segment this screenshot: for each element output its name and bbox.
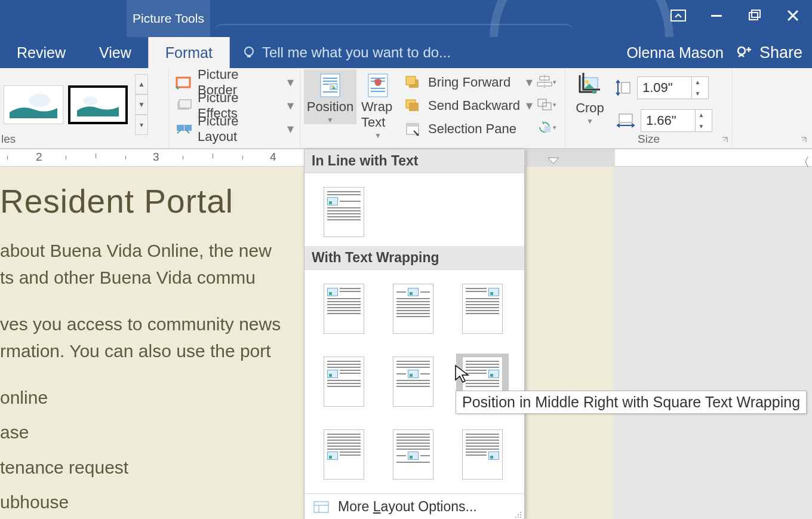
- group-label-size: Size: [638, 133, 660, 146]
- position-top-center[interactable]: [387, 281, 439, 337]
- height-icon: [616, 78, 632, 98]
- svg-point-9: [29, 94, 50, 107]
- svg-point-54: [518, 517, 519, 518]
- close-button[interactable]: [774, 0, 812, 31]
- tab-format[interactable]: Format: [148, 37, 230, 68]
- indent-marker-icon[interactable]: [548, 158, 559, 166]
- bring-forward-icon: [404, 75, 422, 90]
- styles-row-up[interactable]: ▲: [135, 74, 148, 94]
- send-backward-button[interactable]: Send Backward▾: [402, 95, 535, 116]
- position-icon: [318, 72, 342, 98]
- dialog-launcher-size[interactable]: [721, 136, 730, 145]
- picture-style-thumb-2[interactable]: [68, 85, 128, 124]
- position-top-right[interactable]: [456, 281, 509, 337]
- collapse-ribbon-button[interactable]: 〈: [798, 154, 810, 170]
- svg-rect-23: [323, 91, 337, 93]
- selection-pane-icon: [404, 121, 422, 137]
- share-icon: [736, 45, 753, 60]
- wrap-icon: [366, 72, 390, 98]
- svg-point-50: [520, 512, 521, 513]
- border-icon: [175, 75, 193, 90]
- width-up[interactable]: ▲: [695, 109, 707, 121]
- rotate-button[interactable]: ▾: [536, 117, 556, 137]
- svg-rect-1: [711, 15, 722, 17]
- title-bar: Picture Tools: [0, 0, 812, 37]
- position-middle-left[interactable]: [318, 354, 370, 410]
- height-input[interactable]: 1.09"▲▼: [637, 76, 709, 99]
- position-inline[interactable]: [318, 184, 370, 240]
- svg-point-52: [518, 514, 519, 515]
- position-top-left[interactable]: [318, 281, 370, 337]
- svg-point-4: [245, 47, 253, 56]
- svg-point-43: [585, 80, 589, 84]
- user-name[interactable]: Olenna Mason: [626, 44, 724, 62]
- layout-options-icon: [313, 500, 330, 514]
- tell-me-search[interactable]: Tell me what you want to do...: [242, 44, 451, 61]
- svg-rect-14: [179, 100, 191, 108]
- layout-icon: [175, 121, 193, 137]
- svg-rect-35: [407, 124, 419, 127]
- align-button[interactable]: ▾: [536, 72, 556, 92]
- crop-button[interactable]: Crop ▼: [569, 69, 611, 125]
- group-label-styles: les: [1, 133, 16, 146]
- tab-review[interactable]: Review: [0, 37, 82, 68]
- bring-forward-button[interactable]: Bring Forward▾: [402, 72, 535, 93]
- svg-rect-29: [371, 91, 385, 92]
- svg-rect-33: [409, 103, 419, 111]
- position-bottom-left[interactable]: [318, 426, 370, 483]
- group-arrange: Position ▼ Wrap Text ▼ Bring Forward▾ Se…: [300, 68, 565, 148]
- height-down[interactable]: ▼: [691, 88, 703, 99]
- group-picture-adjust: Picture Border▾ Picture Effects▾ Picture…: [169, 68, 300, 148]
- svg-point-51: [520, 514, 521, 515]
- ribbon-display-options[interactable]: [659, 0, 697, 31]
- crop-icon: [576, 72, 604, 99]
- svg-point-6: [738, 47, 745, 54]
- wrap-text-button[interactable]: Wrap Text ▼: [356, 69, 399, 140]
- dropdown-section-inline: In Line with Text: [304, 149, 524, 173]
- restore-button[interactable]: [736, 0, 774, 31]
- svg-point-53: [520, 517, 521, 518]
- svg-rect-5: [247, 56, 251, 57]
- picture-layout-button[interactable]: Picture Layout▾: [173, 118, 296, 139]
- effects-icon: [175, 98, 193, 113]
- width-input[interactable]: 1.66"▲▼: [641, 109, 712, 132]
- send-backward-icon: [404, 98, 422, 113]
- svg-rect-41: [545, 126, 550, 132]
- position-bottom-right[interactable]: [456, 426, 509, 483]
- width-down[interactable]: ▼: [695, 121, 707, 132]
- svg-point-55: [515, 517, 516, 518]
- dialog-launcher-styles[interactable]: [800, 136, 808, 145]
- minimize-button[interactable]: [697, 0, 736, 31]
- share-button[interactable]: Share: [726, 37, 812, 68]
- group-button[interactable]: ▾: [536, 94, 556, 115]
- selection-pane-button[interactable]: Selection Pane: [402, 118, 535, 139]
- svg-rect-18: [323, 78, 337, 79]
- tab-view[interactable]: View: [82, 37, 148, 68]
- resize-grip-icon[interactable]: [516, 511, 522, 517]
- styles-more[interactable]: ▾: [135, 115, 148, 135]
- svg-rect-19: [323, 81, 337, 82]
- width-icon: [616, 112, 636, 129]
- svg-rect-20: [323, 84, 329, 85]
- svg-rect-31: [406, 76, 416, 85]
- tooltip: Position in Middle Right with Square Tex…: [456, 391, 807, 414]
- svg-rect-28: [371, 88, 385, 89]
- position-button[interactable]: Position ▼: [304, 69, 356, 124]
- svg-rect-12: [177, 78, 190, 87]
- svg-point-44: [592, 90, 596, 94]
- svg-rect-3: [752, 10, 760, 17]
- styles-row-down[interactable]: ▼: [135, 94, 148, 115]
- more-layout-options[interactable]: More Layout Options...: [304, 493, 524, 519]
- dropdown-section-wrapping: With Text Wrapping: [304, 246, 524, 270]
- picture-style-thumb-1[interactable]: [4, 85, 63, 124]
- svg-rect-25: [371, 78, 385, 79]
- contextual-tab-picture-tools: Picture Tools: [127, 0, 210, 37]
- ribbon-tabs: Review View Format Tell me what you want…: [0, 37, 812, 68]
- height-up[interactable]: ▲: [691, 76, 703, 88]
- svg-point-22: [331, 85, 334, 87]
- position-bottom-center[interactable]: [387, 426, 439, 483]
- group-size: Crop ▼ 1.09"▲▼ 1.66"▲▼ Size: [565, 68, 733, 148]
- svg-rect-47: [314, 502, 328, 512]
- position-middle-center[interactable]: [387, 354, 439, 410]
- svg-rect-0: [671, 10, 685, 21]
